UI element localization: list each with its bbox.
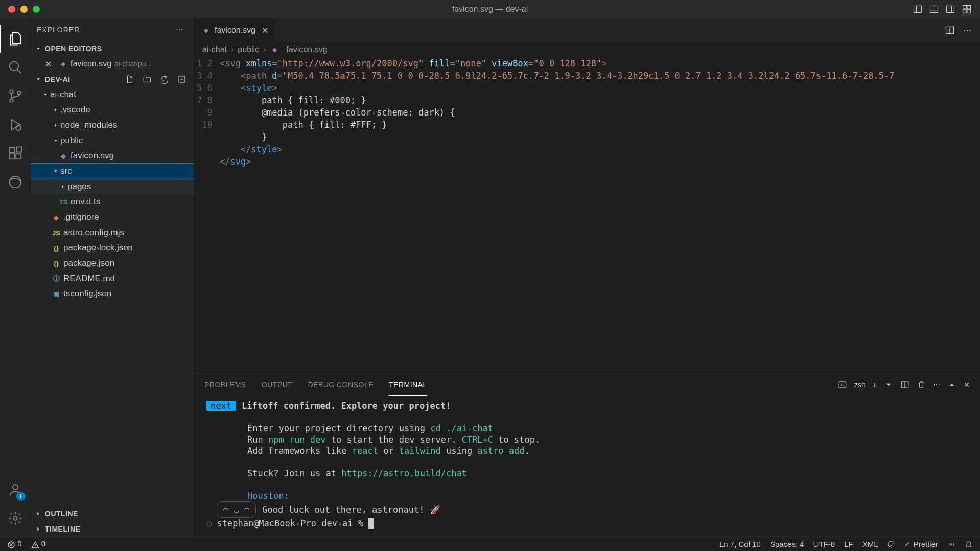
code-editor[interactable]: 1 2 3 4 5 6 7 8 9 10 <svg xmlns="http://…: [194, 57, 980, 373]
tree-folder-public[interactable]: public: [31, 133, 194, 148]
status-language[interactable]: XML: [862, 540, 878, 548]
activity-edge-tools[interactable]: [0, 168, 31, 196]
split-terminal-icon[interactable]: [900, 380, 909, 389]
terminal-content[interactable]: nextLiftoff confirmed. Explore your proj…: [194, 396, 980, 537]
open-editor-item[interactable]: ✕ ◆ favicon.svg ai-chat/pu...: [31, 56, 194, 72]
svg-rect-9: [967, 10, 971, 13]
panel-tab-problems[interactable]: PROBLEMS: [204, 375, 246, 395]
refresh-icon[interactable]: [160, 75, 169, 84]
tree-label: .vscode: [60, 105, 90, 115]
code-content[interactable]: <svg xmlns="http://www.w3.org/2000/svg" …: [220, 57, 980, 373]
tree-file-readme[interactable]: ⓘREADME.md: [31, 271, 194, 286]
breadcrumb-item[interactable]: public: [238, 45, 259, 54]
status-warnings[interactable]: 0: [31, 539, 46, 548]
tree-folder-node-modules[interactable]: node_modules: [31, 118, 194, 133]
git-file-icon: ◈: [51, 214, 61, 221]
customize-layout-icon[interactable]: [962, 4, 972, 14]
breadcrumbs[interactable]: ai-chat › public › ◆ favicon.svg: [194, 42, 980, 57]
maximize-window[interactable]: [33, 6, 40, 13]
terminal-launch-icon[interactable]: [838, 380, 847, 389]
tree-file-favicon[interactable]: ◆favicon.svg: [31, 148, 194, 164]
section-open-editors[interactable]: OPEN EDITORS: [31, 41, 194, 56]
warning-icon: [31, 541, 39, 549]
tree-folder-pages[interactable]: pages: [31, 179, 194, 194]
json-file-icon: {}: [51, 244, 61, 252]
terminal-badge: next: [206, 401, 236, 411]
section-label: OPEN EDITORS: [45, 44, 102, 53]
tab-close-icon[interactable]: ✕: [262, 26, 268, 35]
chevron-down-icon: [52, 168, 59, 175]
svg-rect-2: [930, 6, 938, 12]
status-eol[interactable]: LF: [844, 540, 853, 548]
activity-run-debug[interactable]: [0, 110, 31, 139]
collapse-icon[interactable]: [177, 75, 186, 84]
tree-file-gitignore[interactable]: ◈.gitignore: [31, 210, 194, 225]
new-file-icon[interactable]: [125, 75, 134, 84]
terminal-shell-name[interactable]: zsh: [854, 381, 866, 389]
section-project[interactable]: DEV-AI: [31, 72, 194, 87]
terminal-line: Good luck out there, astronaut! 🚀: [262, 504, 440, 515]
panel-tab-output[interactable]: OUTPUT: [262, 375, 293, 395]
minimize-window[interactable]: [20, 6, 28, 13]
panel-tab-terminal[interactable]: TERMINAL: [389, 375, 427, 396]
window-title: favicon.svg — dev-ai: [452, 5, 528, 14]
bell-icon[interactable]: [965, 540, 973, 548]
tree-label: public: [60, 135, 83, 146]
open-editor-path: ai-chat/pu...: [114, 60, 152, 68]
new-folder-icon[interactable]: [143, 75, 152, 84]
tab-favicon[interactable]: ◆ favicon.svg ✕: [194, 18, 276, 42]
tree-folder-vscode[interactable]: .vscode: [31, 102, 194, 118]
toggle-secondary-sidebar-icon[interactable]: [945, 4, 955, 14]
tree-label: package-lock.json: [63, 243, 133, 253]
svg-rect-4: [947, 6, 954, 12]
status-encoding[interactable]: UTF-8: [813, 540, 835, 548]
activity-extensions[interactable]: [0, 139, 31, 168]
close-editor-icon[interactable]: ✕: [45, 59, 54, 69]
tree-folder-src[interactable]: src: [31, 164, 194, 179]
activity-search[interactable]: [0, 53, 31, 82]
more-icon[interactable]: ⋯: [933, 381, 940, 389]
trash-icon[interactable]: [917, 380, 926, 389]
svg-point-12: [10, 90, 13, 93]
account-badge: 1: [16, 492, 26, 501]
tree-file-package-lock[interactable]: {}package-lock.json: [31, 240, 194, 256]
section-timeline[interactable]: TIMELINE: [31, 521, 194, 537]
tree-label: .gitignore: [63, 212, 99, 222]
split-editor-icon[interactable]: [945, 25, 955, 35]
status-prettier[interactable]: ✓ Prettier: [904, 540, 938, 549]
sidebar-more[interactable]: ⋯: [176, 26, 183, 34]
status-cursor-position[interactable]: Ln 7, Col 10: [719, 540, 761, 548]
status-errors[interactable]: 0: [7, 539, 22, 548]
toggle-primary-sidebar-icon[interactable]: [913, 4, 923, 14]
activity-explorer[interactable]: [0, 25, 31, 53]
tree-folder-ai-chat[interactable]: ai-chat: [31, 87, 194, 102]
more-actions-icon[interactable]: ⋯: [963, 25, 972, 36]
breadcrumb-item[interactable]: favicon.svg: [287, 45, 328, 54]
toggle-panel-icon[interactable]: [929, 4, 939, 14]
new-terminal-icon[interactable]: +: [873, 381, 877, 389]
editor-area: ◆ favicon.svg ✕ ⋯ ai-chat › public › ◆ f…: [194, 18, 980, 537]
svg-point-35: [888, 541, 894, 547]
svg-file-icon: ◆: [270, 45, 279, 54]
activity-settings[interactable]: [0, 504, 31, 533]
breadcrumb-item[interactable]: ai-chat: [202, 45, 227, 54]
chevron-up-icon[interactable]: [947, 380, 956, 389]
tree-file-package[interactable]: {}package.json: [31, 256, 194, 271]
svg-point-23: [13, 516, 17, 520]
feedback-icon[interactable]: [887, 540, 895, 548]
section-label: DEV-AI: [45, 75, 71, 83]
panel-tab-debug[interactable]: DEBUG CONSOLE: [308, 375, 374, 395]
tree-file-tsconfig[interactable]: ▣tsconfig.json: [31, 286, 194, 302]
section-outline[interactable]: OUTLINE: [31, 506, 194, 521]
status-indent[interactable]: Spaces: 4: [770, 540, 804, 548]
tree-label: node_modules: [60, 120, 118, 130]
close-window[interactable]: [8, 6, 15, 13]
tree-file-astro-config[interactable]: JSastro.config.mjs: [31, 225, 194, 240]
close-panel-icon[interactable]: ✕: [964, 381, 970, 389]
terminal-line: Enter your project directory using: [247, 423, 430, 433]
activity-accounts[interactable]: 1: [0, 475, 31, 504]
activity-source-control[interactable]: [0, 82, 31, 110]
tree-file-env[interactable]: TSenv.d.ts: [31, 194, 194, 210]
broadcast-icon[interactable]: [947, 540, 955, 548]
chevron-down-icon[interactable]: [884, 380, 893, 389]
